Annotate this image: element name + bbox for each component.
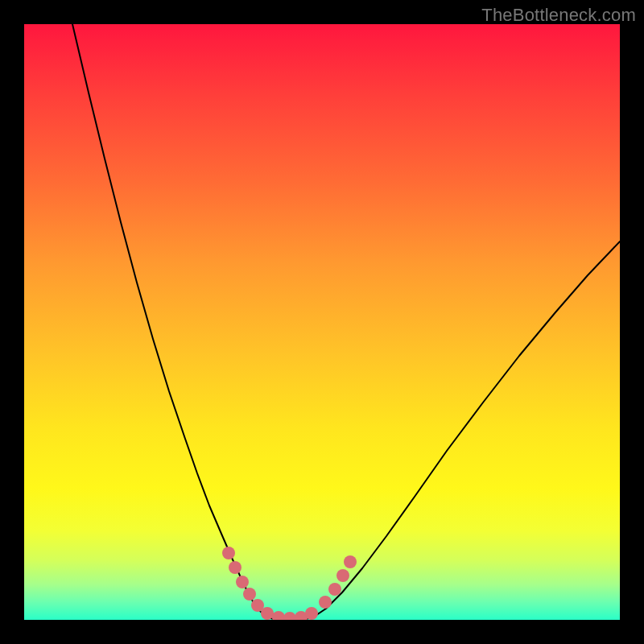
chart-plot-area bbox=[24, 24, 620, 620]
highlight-dot bbox=[344, 555, 357, 568]
highlight-dot bbox=[229, 561, 242, 574]
highlight-dot bbox=[243, 588, 256, 601]
highlight-dot bbox=[283, 612, 296, 620]
highlight-dot bbox=[272, 611, 285, 620]
highlight-dot bbox=[236, 576, 249, 588]
watermark-text: TheBottleneck.com bbox=[481, 5, 636, 26]
highlight-dot bbox=[336, 569, 349, 582]
highlight-dot bbox=[328, 583, 341, 596]
highlight-dot bbox=[305, 607, 318, 620]
bottleneck-curve bbox=[72, 24, 620, 620]
highlight-dot bbox=[222, 547, 235, 559]
highlight-dot bbox=[319, 596, 332, 609]
highlight-dot bbox=[261, 607, 274, 620]
highlight-marker-group bbox=[222, 547, 357, 620]
chart-svg bbox=[24, 24, 620, 620]
